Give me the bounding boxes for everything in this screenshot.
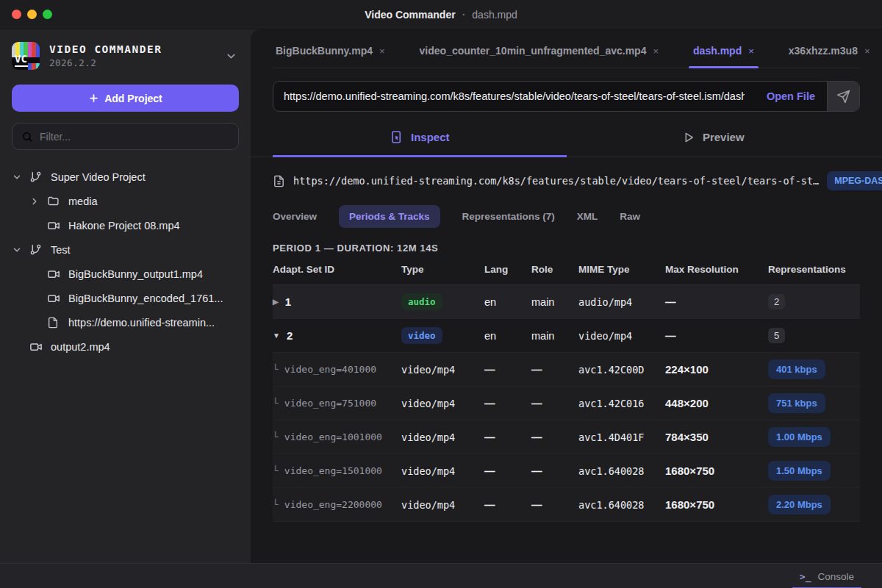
inspect-icon: [390, 130, 404, 144]
file-icon: [47, 317, 61, 329]
rep-resolution: 1680×750: [665, 498, 768, 511]
send-icon: [836, 90, 850, 104]
close-window-button[interactable]: [12, 10, 21, 19]
rep-lang: —: [484, 364, 531, 376]
tree-item-video[interactable]: Hakone Project 08.mp4: [0, 213, 251, 237]
add-project-button[interactable]: Add Project: [12, 85, 239, 112]
view-tabs: Inspect Preview: [273, 116, 860, 157]
tab-label: video_counter_10min_unfragmented_avc.mp4: [420, 45, 647, 57]
tree-corner-glyph: └: [273, 431, 279, 442]
rep-role: —: [531, 499, 578, 511]
open-file-button[interactable]: Open File: [755, 82, 827, 111]
period-heading: PERIOD 1 — DURATION: 12M 14S: [273, 243, 860, 254]
rep-codec: avc1.42C016: [578, 398, 665, 409]
collapse-arrow-icon[interactable]: ▶: [273, 298, 279, 306]
rep-codec: avc1.640028: [578, 499, 665, 511]
document-icon: [273, 175, 285, 187]
expand-arrow-icon[interactable]: ▼: [273, 331, 280, 340]
representation-row[interactable]: └video_eng=2200000 video/mp4 — — avc1.64…: [273, 488, 860, 522]
minimize-window-button[interactable]: [27, 10, 37, 19]
chevron-right-icon[interactable]: [29, 196, 47, 207]
add-project-label: Add Project: [104, 93, 162, 104]
manifest-url: https://demo.unified-streaming.com/k8s/f…: [293, 175, 819, 187]
tab-video-counter[interactable]: video_counter_10min_unfragmented_avc.mp4…: [420, 45, 659, 68]
tab-periods-tracks[interactable]: Periods & Tracks: [339, 205, 440, 228]
rep-lang: —: [484, 499, 531, 511]
sidebar-header[interactable]: VC VIDEO COMMANDER 2026.2.2: [0, 29, 251, 74]
tab-xml[interactable]: XML: [577, 205, 598, 228]
rep-codec: avc1.640028: [578, 465, 665, 477]
tab-overview[interactable]: Overview: [273, 205, 317, 228]
tree-item-video[interactable]: output2.mp4: [0, 334, 251, 359]
close-icon[interactable]: ×: [748, 46, 754, 57]
tree-corner-glyph: └: [273, 364, 279, 375]
representation-row[interactable]: └video_eng=1501000 video/mp4 — — avc1.64…: [273, 454, 860, 488]
play-icon: [682, 131, 695, 144]
close-icon[interactable]: ×: [379, 46, 385, 57]
filter-box[interactable]: [12, 123, 239, 150]
max-resolution-value: —: [665, 296, 768, 308]
zoom-window-button[interactable]: [43, 10, 52, 19]
bitrate-badge: 2.20 Mbps: [768, 495, 831, 514]
video-camera-icon: [47, 219, 61, 232]
adaptation-set-row[interactable]: ▼ 2 video en main video/mp4 — 5: [273, 319, 860, 353]
col-type: Type: [401, 264, 484, 275]
window-title-app: Video Commander: [365, 9, 455, 21]
rep-name: video_eng=2200000: [284, 499, 382, 510]
branch-icon: [29, 171, 43, 183]
lang-value: en: [484, 330, 531, 342]
load-url-button[interactable]: [827, 82, 859, 111]
tree-item-folder[interactable]: media: [0, 189, 251, 213]
tree-corner-glyph: └: [273, 398, 279, 409]
tab-x36xhzz[interactable]: x36xhzz.m3u8 ×: [789, 45, 870, 68]
tree-item-url[interactable]: https://demo.unified-streamin...: [0, 310, 251, 334]
close-icon[interactable]: ×: [864, 46, 870, 57]
representation-row[interactable]: └video_eng=751000 video/mp4 — — avc1.42C…: [273, 387, 860, 420]
col-mime-type: MIME Type: [578, 264, 665, 275]
logo-vc-text: VC: [15, 53, 28, 67]
app-version: 2026.2.2: [49, 57, 162, 68]
filter-input[interactable]: [40, 131, 229, 143]
app-logo: VC: [12, 42, 40, 70]
tab-bigbuckbunny[interactable]: BigBuckBunny.mp4 ×: [276, 45, 385, 68]
col-max-resolution: Max Resolution: [665, 264, 768, 275]
col-lang: Lang: [484, 264, 531, 275]
tree-item-label: BigBuckBunny_encoded_1761...: [68, 293, 223, 304]
rep-mime: video/mp4: [401, 499, 484, 511]
tab-preview[interactable]: Preview: [567, 116, 861, 157]
representation-row[interactable]: └video_eng=1001000 video/mp4 — — avc1.4D…: [273, 420, 860, 454]
rep-name: video_eng=1001000: [284, 431, 382, 442]
chevron-down-icon[interactable]: [12, 245, 29, 255]
sidebar: VC VIDEO COMMANDER 2026.2.2 Add Project: [0, 29, 251, 563]
rep-mime: video/mp4: [401, 431, 484, 443]
console-toggle[interactable]: >_ Console: [792, 567, 861, 588]
tree-item-project[interactable]: Super Video Project: [0, 165, 251, 189]
bitrate-badge: 1.50 Mbps: [768, 461, 831, 481]
col-role: Role: [531, 264, 578, 275]
tree-item-label: BigBuckBunny_output1.mp4: [68, 268, 203, 280]
rep-codec: avc1.42C00D: [578, 364, 665, 376]
bitrate-badge: 1.00 Mbps: [768, 427, 831, 447]
rep-mime: video/mp4: [401, 465, 484, 477]
video-camera-icon: [29, 340, 43, 354]
close-icon[interactable]: ×: [653, 46, 659, 57]
adaptation-set-row[interactable]: ▶ 1 audio en main audio/mp4 — 2: [273, 285, 860, 319]
tree-item-label: Test: [51, 244, 71, 256]
tree-item-project[interactable]: Test: [0, 237, 251, 262]
document-tabbar: BigBuckBunny.mp4 × video_counter_10min_u…: [273, 29, 860, 68]
format-badge: MPEG-DASH: [827, 171, 882, 190]
tab-inspect[interactable]: Inspect: [273, 116, 567, 157]
rep-role: —: [531, 398, 578, 409]
url-input[interactable]: [273, 82, 755, 111]
tree-item-video[interactable]: BigBuckBunny_encoded_1761...: [0, 286, 251, 310]
representation-row[interactable]: └video_eng=401000 video/mp4 — — avc1.42C…: [273, 353, 860, 387]
tree-item-video[interactable]: BigBuckBunny_output1.mp4: [0, 262, 251, 286]
role-value: main: [531, 296, 578, 308]
tab-dash-mpd[interactable]: dash.mpd ×: [693, 45, 754, 68]
tree-item-label: Super Video Project: [51, 171, 146, 183]
tab-representations[interactable]: Representations (7): [462, 205, 555, 228]
chevron-down-icon[interactable]: [12, 172, 29, 182]
tab-raw[interactable]: Raw: [620, 205, 640, 228]
terminal-icon: >_: [800, 571, 811, 582]
chevron-down-icon[interactable]: [225, 50, 237, 62]
